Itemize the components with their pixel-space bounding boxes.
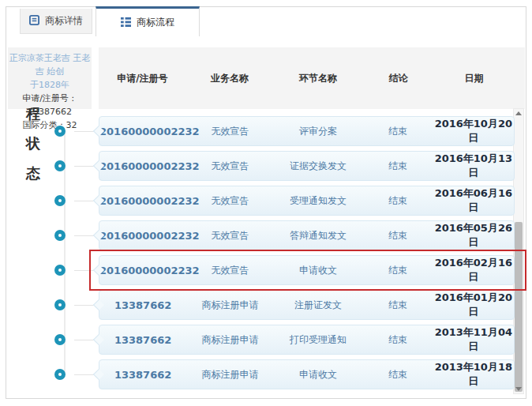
process-row: 13387662 商标注册申请 注册证发文 结束 2016年01月20日 [6, 290, 515, 320]
registration-number-cell: 20160000002232 [99, 265, 186, 276]
scroll-down-icon[interactable] [515, 387, 522, 391]
conclusion-cell: 结束 [362, 194, 433, 208]
date-cell: 2016年01月20日 [433, 291, 514, 319]
registration-number-cell: 20160000002232 [99, 195, 186, 207]
tab-trademark-process[interactable]: 商标流程 [96, 6, 200, 36]
business-name-cell: 商标注册申请 [186, 299, 273, 312]
step-name-cell: 申请收文 [274, 264, 363, 277]
registration-number-cell: 13387662 [99, 299, 186, 311]
process-row-bubble[interactable]: 13387662 商标注册申请 打印受理通知 结束 2013年11月04日 [99, 325, 515, 355]
process-row-bubble[interactable]: 20160000002232 无效宣告 受理通知发文 结束 2016年06月16… [99, 186, 515, 216]
date-cell: 2016年10月20日 [433, 117, 514, 145]
timeline-dot-icon [54, 334, 66, 345]
step-name-cell: 受理通知发文 [274, 194, 363, 208]
date-cell: 2016年02月16日 [433, 256, 514, 284]
date-cell: 2016年06月16日 [433, 186, 514, 215]
header-step-name: 环节名称 [273, 72, 362, 85]
table-scrollbar[interactable] [513, 108, 524, 394]
timeline-dot-icon [54, 195, 66, 206]
registration-number-cell: 13387662 [99, 334, 186, 346]
conclusion-cell: 结束 [362, 160, 433, 173]
timeline-dot-icon [54, 230, 66, 241]
business-name-cell: 无效宣告 [186, 264, 273, 277]
process-row-bubble[interactable]: 20160000002232 无效宣告 申请收文 结束 2016年02月16日 [99, 255, 515, 285]
tab-trademark-details[interactable]: 商标详情 [20, 9, 92, 34]
business-name-cell: 无效宣告 [186, 194, 273, 208]
registration-number: 申请/注册号：13387662 [8, 92, 92, 118]
document-icon [29, 15, 39, 28]
business-name-cell: 无效宣告 [186, 229, 273, 242]
trademark-info-box: 正宗凉茶王老吉 王老吉 始创 于1828年 申请/注册号：13387662 国际… [8, 47, 92, 109]
list-icon [121, 17, 131, 29]
conclusion-cell: 结束 [362, 333, 433, 347]
date-cell: 2013年10月18日 [433, 360, 514, 389]
timeline-rows: 20160000002232 无效宣告 评审分案 结束 2016年10月20日 … [6, 116, 515, 394]
business-name-cell: 无效宣告 [186, 125, 273, 138]
timeline-dot-icon [54, 160, 66, 171]
scroll-up-icon[interactable] [515, 111, 522, 115]
conclusion-cell: 结束 [362, 229, 433, 242]
trademark-panel: 商标详情 商标流程 正宗凉茶王老吉 王老吉 始创 于1828年 申请/注册号：1… [6, 6, 526, 399]
registration-number-cell: 20160000002232 [99, 126, 186, 137]
conclusion-cell: 结束 [362, 264, 433, 277]
conclusion-cell: 结束 [362, 368, 433, 382]
process-row-bubble[interactable]: 20160000002232 无效宣告 答辩通知发文 结束 2016年05月26… [99, 220, 515, 250]
process-row-bubble[interactable]: 20160000002232 无效宣告 评审分案 结束 2016年10月20日 [99, 116, 515, 146]
step-name-cell: 评审分案 [274, 125, 363, 138]
process-row: 13387662 商标注册申请 申请收文 结束 2013年10月18日 [6, 359, 515, 389]
conclusion-cell: 结束 [362, 125, 433, 138]
process-row: 20160000002232 无效宣告 申请收文 结束 2016年02月16日 [6, 255, 515, 285]
date-cell: 2013年11月04日 [433, 325, 514, 354]
step-name-cell: 答辩通知发文 [274, 229, 363, 242]
trademark-process-screen: 商标详情 商标流程 正宗凉茶王老吉 王老吉 始创 于1828年 申请/注册号：1… [0, 0, 532, 406]
step-name-cell: 注册证发文 [274, 299, 363, 312]
timeline-dot-icon [54, 265, 66, 276]
step-name-cell: 申请收文 [274, 368, 363, 382]
header-registration-no: 申请/注册号 [99, 72, 186, 85]
tab-label: 商标流程 [137, 16, 174, 29]
conclusion-cell: 结束 [362, 299, 433, 312]
trademark-name-line2: 于1828年 [8, 78, 92, 92]
business-name-cell: 商标注册申请 [186, 368, 273, 382]
business-name-cell: 无效宣告 [186, 160, 273, 173]
header-conclusion: 结论 [363, 72, 434, 85]
step-name-cell: 打印受理通知 [274, 333, 363, 347]
process-row-bubble[interactable]: 20160000002232 无效宣告 证据交换发文 结束 2016年10月13… [99, 151, 515, 181]
scrollbar-thumb[interactable] [515, 222, 523, 392]
business-name-cell: 商标注册申请 [186, 333, 273, 347]
timeline-dot-icon [54, 126, 66, 137]
table-header: 申请/注册号 业务名称 环节名称 结论 日期 [99, 47, 525, 109]
process-row: 20160000002232 无效宣告 评审分案 结束 2016年10月20日 [6, 116, 515, 146]
timeline-dot-icon [54, 369, 66, 380]
timeline-dot-icon [54, 299, 66, 310]
header-date: 日期 [433, 72, 515, 85]
registration-number-cell: 20160000002232 [99, 230, 186, 242]
date-cell: 2016年05月26日 [433, 221, 514, 250]
registration-number-cell: 13387662 [99, 369, 186, 381]
step-name-cell: 证据交换发文 [274, 160, 363, 173]
process-row: 20160000002232 无效宣告 证据交换发文 结束 2016年10月13… [6, 151, 515, 181]
process-row: 20160000002232 无效宣告 答辩通知发文 结束 2016年05月26… [6, 220, 515, 250]
date-cell: 2016年10月13日 [433, 152, 514, 180]
header-business-name: 业务名称 [186, 72, 274, 85]
tab-label: 商标详情 [45, 14, 83, 28]
trademark-name: 正宗凉茶王老吉 王老吉 始创 [8, 51, 92, 78]
process-row: 20160000002232 无效宣告 受理通知发文 结束 2016年06月16… [6, 186, 515, 216]
process-row: 13387662 商标注册申请 打印受理通知 结束 2013年11月04日 [6, 325, 515, 355]
process-row-bubble[interactable]: 13387662 商标注册申请 申请收文 结束 2013年10月18日 [99, 359, 515, 389]
process-row-bubble[interactable]: 13387662 商标注册申请 注册证发文 结束 2016年01月20日 [99, 290, 515, 320]
registration-number-cell: 20160000002232 [99, 160, 186, 172]
